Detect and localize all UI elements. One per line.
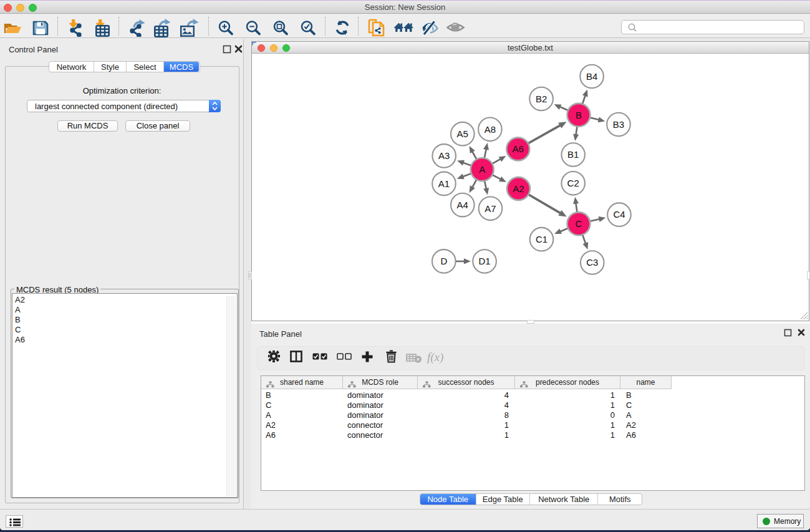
svg-text:C2: C2 xyxy=(567,178,579,188)
svg-text:B2: B2 xyxy=(536,94,547,104)
svg-text:B1: B1 xyxy=(567,149,579,160)
svg-text:B: B xyxy=(576,110,582,120)
svg-text:A5: A5 xyxy=(457,128,468,139)
svg-text:A2: A2 xyxy=(513,183,524,194)
svg-text:D: D xyxy=(440,256,447,266)
svg-text:A7: A7 xyxy=(485,203,496,214)
svg-text:B4: B4 xyxy=(586,71,597,82)
svg-text:A8: A8 xyxy=(485,124,496,135)
svg-text:D1: D1 xyxy=(479,256,491,266)
svg-text:A: A xyxy=(479,164,485,175)
svg-text:C4: C4 xyxy=(613,209,625,220)
svg-text:C3: C3 xyxy=(586,257,598,268)
svg-text:C: C xyxy=(576,218,582,229)
svg-text:A3: A3 xyxy=(438,150,450,161)
svg-text:A1: A1 xyxy=(438,178,450,189)
svg-text:B3: B3 xyxy=(613,119,624,130)
svg-text:C1: C1 xyxy=(536,234,547,244)
svg-text:A4: A4 xyxy=(457,200,468,210)
svg-text:A6: A6 xyxy=(513,143,524,154)
